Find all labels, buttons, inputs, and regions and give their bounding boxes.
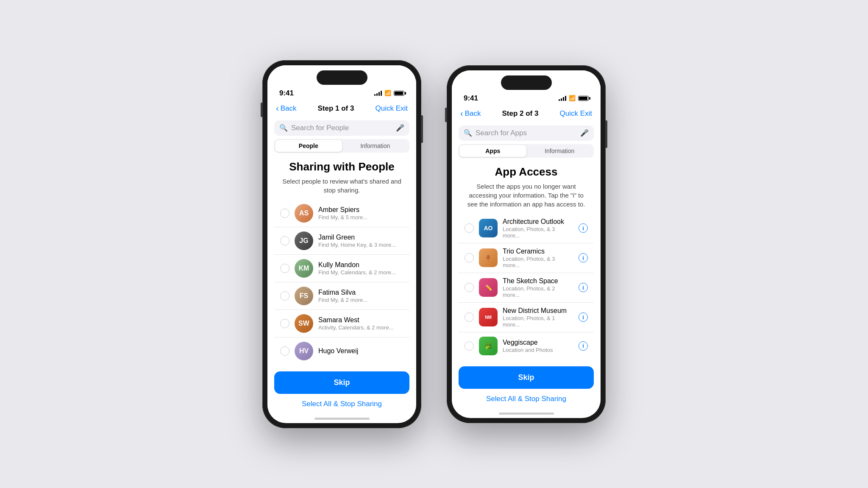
- dynamic-island: [501, 75, 552, 90]
- app-name: Trio Ceramics: [503, 248, 573, 255]
- nav-title: Step 1 of 3: [317, 104, 354, 113]
- status-icons: 📶: [559, 95, 589, 101]
- dynamic-island: [317, 70, 367, 85]
- nav-bar: ‹ Back Step 2 of 3 Quick Exit: [452, 106, 601, 122]
- home-indicator: [499, 413, 554, 415]
- power-button: [606, 120, 607, 148]
- search-bar[interactable]: 🔍 Search for Apps 🎤: [459, 125, 594, 141]
- skip-button[interactable]: Skip: [274, 371, 409, 394]
- quick-exit-button[interactable]: Quick Exit: [559, 109, 592, 118]
- checkbox[interactable]: [465, 312, 474, 322]
- tab-information[interactable]: Information: [342, 140, 409, 152]
- tab-apps[interactable]: Apps: [459, 145, 526, 157]
- app-icon: 🏺: [479, 248, 498, 267]
- segmented-control: Apps Information: [459, 144, 594, 158]
- list-item[interactable]: 🏺 Trio Ceramics Location, Photos, & 3 mo…: [459, 243, 594, 273]
- person-detail: Find My, & 2 more...: [318, 297, 403, 303]
- battery-icon: [394, 91, 404, 96]
- person-name: Kully Mandon: [318, 261, 403, 269]
- app-name: Architecture Outlook: [503, 218, 573, 226]
- app-detail: Location, Photos, & 3 more...: [503, 256, 573, 268]
- checkbox[interactable]: [280, 346, 289, 356]
- info-button[interactable]: i: [579, 253, 588, 262]
- status-icons: 📶: [374, 90, 404, 96]
- search-bar[interactable]: 🔍 Search for People 🎤: [274, 120, 409, 136]
- list-item[interactable]: SW Samara West Activity, Calendars, & 2 …: [274, 310, 409, 337]
- person-name: Fatima Silva: [318, 289, 403, 296]
- checkbox[interactable]: [280, 236, 289, 245]
- checkbox[interactable]: [465, 341, 474, 351]
- avatar: HV: [295, 342, 313, 360]
- nav-title: Step 2 of 3: [502, 109, 538, 118]
- checkbox[interactable]: [280, 264, 289, 273]
- list-item[interactable]: KM Kully Mandon Find My, Calendars, & 2 …: [274, 255, 409, 282]
- checkbox[interactable]: [280, 319, 289, 328]
- app-icon: NM: [479, 308, 498, 326]
- person-name: Jamil Green: [318, 234, 403, 241]
- app-icon: AO: [479, 219, 498, 237]
- app-name: The Sketch Space: [503, 277, 573, 285]
- search-input[interactable]: Search for People: [291, 124, 392, 132]
- person-name: Amber Spiers: [318, 206, 403, 214]
- avatar: FS: [295, 287, 313, 305]
- search-input[interactable]: Search for Apps: [476, 129, 577, 137]
- person-detail: Activity, Calendars, & 2 more...: [318, 324, 403, 331]
- phone-1: 9:41 📶 ‹ Ba: [262, 60, 421, 428]
- avatar: SW: [295, 314, 313, 333]
- bottom-area: Skip Select All & Stop Sharing: [452, 360, 601, 408]
- status-time: 9:41: [279, 89, 294, 98]
- section-heading: Sharing with People: [267, 156, 416, 175]
- info-button[interactable]: i: [579, 341, 588, 351]
- list-item[interactable]: AO Architecture Outlook Location, Photos…: [459, 214, 594, 243]
- tab-people[interactable]: People: [275, 140, 342, 152]
- app-detail: Location, Photos, & 2 more...: [503, 285, 573, 298]
- list-item[interactable]: ✏️ The Sketch Space Location, Photos, & …: [459, 273, 594, 303]
- signal-icon: [374, 91, 382, 96]
- quick-exit-button[interactable]: Quick Exit: [375, 104, 408, 113]
- app-detail: Location, Photos, & 1 more...: [503, 315, 573, 328]
- apps-list: AO Architecture Outlook Location, Photos…: [459, 214, 594, 360]
- app-icon: ✏️: [479, 278, 498, 297]
- avatar: AS: [295, 204, 313, 223]
- checkbox[interactable]: [280, 291, 289, 301]
- person-name: Hugo Verweij: [318, 347, 403, 355]
- search-icon: 🔍: [464, 129, 472, 137]
- list-item[interactable]: NM New District Museum Location, Photos,…: [459, 303, 594, 332]
- app-detail: Location, Photos, & 3 more...: [503, 226, 573, 239]
- list-item[interactable]: AS Amber Spiers Find My, & 5 more...: [274, 200, 409, 227]
- chevron-left-icon: ‹: [276, 104, 279, 112]
- list-item[interactable]: HV Hugo Verweij: [274, 337, 409, 365]
- list-item[interactable]: JG Jamil Green Find My, Home Key, & 3 mo…: [274, 227, 409, 255]
- avatar: KM: [295, 259, 313, 278]
- nav-bar: ‹ Back Step 1 of 3 Quick Exit: [267, 101, 416, 117]
- tab-information[interactable]: Information: [526, 145, 593, 157]
- select-all-button[interactable]: Select All & Stop Sharing: [274, 400, 409, 410]
- checkbox[interactable]: [465, 253, 474, 262]
- search-icon: 🔍: [279, 124, 288, 132]
- person-detail: Find My, Calendars, & 2 more...: [318, 269, 403, 276]
- skip-button[interactable]: Skip: [459, 366, 594, 389]
- list-item[interactable]: 🥦 Veggiscape Location and Photos i: [459, 332, 594, 360]
- mic-icon: 🎤: [580, 129, 589, 137]
- chevron-left-icon: ‹: [460, 109, 463, 117]
- back-label: Back: [281, 104, 297, 113]
- checkbox[interactable]: [465, 223, 474, 233]
- person-detail: Find My, & 5 more...: [318, 214, 403, 220]
- segmented-control: People Information: [274, 139, 409, 153]
- power-button: [421, 115, 423, 143]
- wifi-icon: 📶: [384, 90, 391, 96]
- checkbox[interactable]: [280, 209, 289, 218]
- app-detail: Location and Photos: [503, 347, 573, 353]
- battery-icon: [578, 96, 589, 101]
- mic-icon: 🎤: [396, 124, 404, 132]
- section-subtitle: Select the apps you no longer want acces…: [452, 180, 601, 214]
- info-button[interactable]: i: [579, 223, 588, 233]
- info-button[interactable]: i: [579, 312, 588, 322]
- back-button[interactable]: ‹ Back: [460, 109, 481, 118]
- info-button[interactable]: i: [579, 283, 588, 292]
- select-all-button[interactable]: Select All & Stop Sharing: [459, 395, 594, 405]
- app-name: Veggiscape: [503, 339, 573, 346]
- checkbox[interactable]: [465, 283, 474, 292]
- list-item[interactable]: FS Fatima Silva Find My, & 2 more...: [274, 282, 409, 310]
- back-button[interactable]: ‹ Back: [276, 104, 296, 113]
